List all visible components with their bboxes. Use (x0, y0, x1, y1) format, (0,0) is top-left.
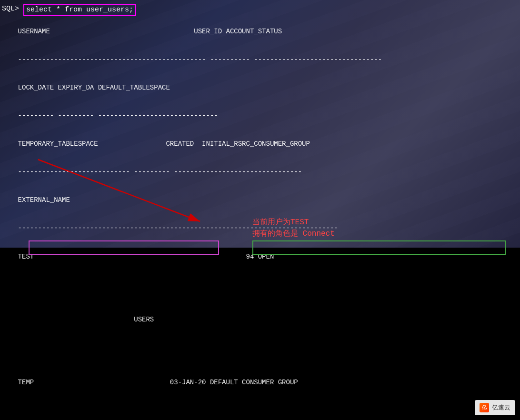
purple-highlight-box (29, 240, 219, 255)
sql-command: select * from user_users; (23, 4, 136, 16)
green-highlight-box (252, 240, 506, 255)
header-row-4: EXTERNAL_NAME (0, 185, 520, 215)
header-row-1: USERNAME USER_ID ACCOUNT_STATUS (0, 16, 520, 47)
data-row-empty2 (0, 335, 520, 367)
header-row-3: TEMPORARY_TABLESPACE CREATED INITIAL_RSR… (0, 129, 520, 159)
annotation-line1: 当前用户为TEST (252, 217, 335, 228)
data-row-temp: TEMP 03-JAN-20 DEFAULT_CONSUMER_GROUP (0, 367, 520, 398)
watermark-logo: 亿 (480, 403, 489, 412)
sql-prompt: SQL> (2, 4, 23, 14)
header-row-2: LOCK_DATE EXPIRY_DA DEFAULT_TABLESPACE (0, 72, 520, 103)
separator-2: --------- --------- --------------------… (0, 103, 520, 129)
sql-prompt-line: SQL> select * from user_users; (0, 4, 520, 16)
data-row-tablespace: USERS (0, 304, 520, 335)
watermark: 亿 亿速云 (475, 400, 515, 415)
separator-1: ----------------------------------------… (0, 47, 520, 72)
annotation-line2: 拥有的角色是 Connect (252, 228, 335, 240)
annotation-text: 当前用户为TEST 拥有的角色是 Connect (252, 217, 335, 240)
watermark-text: 亿速云 (492, 403, 510, 412)
terminal-window: SQL> select * from user_users; USERNAME … (0, 0, 520, 398)
data-row-empty1 (0, 272, 520, 304)
separator-3: ---------------------------- --------- -… (0, 159, 520, 185)
